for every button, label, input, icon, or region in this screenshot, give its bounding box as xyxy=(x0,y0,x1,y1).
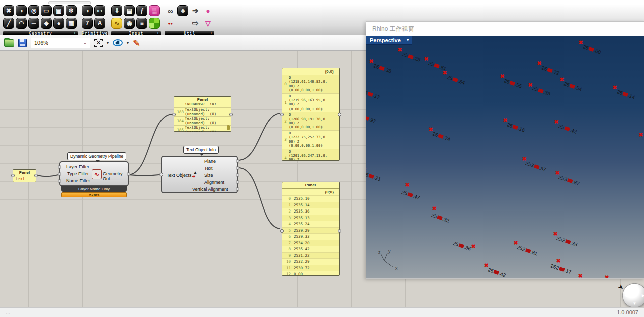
point-elevation-label: 25.74 xyxy=(432,131,451,142)
output-label: Text xyxy=(204,166,213,171)
point-elevation-label: 25.21 xyxy=(366,171,382,182)
input-nub[interactable] xyxy=(159,173,163,176)
toggle-icon[interactable]: ▤ xyxy=(124,5,135,16)
panel-values[interactable]: Panel {0;0} 02535.1012535.1422535.363253… xyxy=(282,182,340,276)
arrow-dark-icon[interactable]: ➔ xyxy=(190,5,201,16)
wire-geometry-to-info xyxy=(129,175,159,176)
sphere-hex-icon[interactable]: ● xyxy=(53,18,64,29)
input-nub[interactable] xyxy=(11,174,15,177)
arc-hex-icon[interactable]: ◠ xyxy=(16,18,27,29)
trackball-right-arrow-icon: ▶ xyxy=(642,294,644,298)
input-nub[interactable] xyxy=(172,113,176,116)
viewport-tab-perspective[interactable]: Perspective ▼ xyxy=(366,36,412,45)
pipeline-mode-bar[interactable]: Layer Name Only xyxy=(61,186,127,192)
panel-content[interactable]: text xyxy=(13,176,36,181)
point-elevation-label: 25.17 xyxy=(366,89,381,100)
zoom-level-combobox[interactable]: 106% ⌄ xyxy=(31,38,90,48)
box-hex-icon[interactable]: ▣ xyxy=(53,5,64,16)
preview-dropdown-caret-icon[interactable]: ▾ xyxy=(127,41,129,45)
flask-icon[interactable]: ▽ xyxy=(202,18,213,29)
input-label: Type Filter xyxy=(67,171,89,176)
output-label: Vertical Alignment xyxy=(192,187,228,192)
group-expand-icon[interactable]: + xyxy=(104,31,107,35)
output-nub[interactable] xyxy=(236,166,239,170)
ellipse-hex-icon[interactable]: ◎ xyxy=(28,5,39,16)
knob-icon[interactable]: ◉ xyxy=(124,18,135,29)
slider-icon[interactable]: ⇓ xyxy=(111,5,122,16)
output-nub[interactable] xyxy=(236,173,239,177)
panel-planes[interactable]: {0;0} 0O (1218.61,140.82,0. 00) Z (0.00,… xyxy=(282,68,340,161)
output-nub[interactable] xyxy=(338,113,341,116)
input-nub[interactable] xyxy=(280,229,284,233)
output-nub[interactable] xyxy=(229,113,233,116)
letter-a-icon[interactable]: A xyxy=(94,18,105,29)
snowflake-hex-icon[interactable]: ❄ xyxy=(66,5,77,16)
panel-text[interactable]: Panel text xyxy=(13,169,36,182)
navigation-trackball[interactable]: ▲ ▼ ◀ ▶ ➤ xyxy=(622,283,644,308)
perspective-viewport[interactable]: Perspective ▼ ✖✖✖✖✖✖✖✖✖✖✖✖✖✖✖✖✖✖✖✖✖✖✖✖✖✖… xyxy=(366,36,644,278)
decimal-icon[interactable]: 0.1 xyxy=(94,5,105,16)
plane-hex-icon[interactable]: ▭ xyxy=(41,5,52,16)
point-elevation-label: 25.36 xyxy=(452,240,472,251)
value-list-item: 92531.22 xyxy=(282,252,339,259)
open-file-icon[interactable] xyxy=(4,39,14,47)
panel-planes-rows: 0O (1218.61,140.82,0. 00) Z (0.00,0.00,1… xyxy=(282,75,339,160)
list-icon[interactable]: ≡ xyxy=(136,18,147,29)
half-disc-icon[interactable]: ◑ xyxy=(82,5,93,16)
zoom-extents-icon[interactable]: ✕ xyxy=(94,39,103,47)
input-nub[interactable] xyxy=(280,113,284,116)
group-expand-icon[interactable]: + xyxy=(73,31,76,35)
sketch-pen-icon[interactable]: ✎ xyxy=(133,39,140,47)
output-nub[interactable] xyxy=(34,174,38,177)
pipeline-icon: ∿ xyxy=(92,169,102,179)
sphere-pink-icon[interactable]: ● xyxy=(202,5,213,16)
rhino-window-title[interactable]: Rhino 工作视窗 xyxy=(366,22,644,36)
value-list-item: 12535.14 xyxy=(282,202,339,208)
group-expand-icon[interactable]: + xyxy=(210,31,213,35)
point-cross-marker: ✖ xyxy=(638,132,643,138)
output-nub[interactable] xyxy=(127,172,130,176)
panel-textobjects[interactable]: Panel (unnamed) (0)183TextObject: (unnam… xyxy=(174,96,231,132)
scroll-nub[interactable] xyxy=(227,125,230,130)
gradient-icon[interactable]: ▒ xyxy=(149,5,160,16)
component-text-object-info[interactable]: Text Object Info Text Objects ▲ ➔ Plane … xyxy=(161,156,238,193)
integer-icon[interactable]: 7 xyxy=(82,18,93,29)
tree-icon[interactable]: ♣ xyxy=(177,5,188,16)
value-list-item: 72534.20 xyxy=(282,240,339,246)
group-expand-icon[interactable]: + xyxy=(157,31,160,35)
point-elevation-label: 25.16 xyxy=(506,122,526,133)
point-cross-marker: ✖ xyxy=(559,77,564,82)
input-nub[interactable] xyxy=(58,165,61,169)
cherries-icon[interactable]: ●● xyxy=(165,18,176,29)
wire-panel-to-pipeline xyxy=(37,175,58,176)
input-nub[interactable] xyxy=(58,172,61,176)
script-icon[interactable]: ƒ xyxy=(136,5,147,16)
point-elevation-label: 25.72 xyxy=(541,65,560,76)
output-nub[interactable] xyxy=(236,187,239,191)
arrow-light-icon[interactable]: ⇨ xyxy=(190,18,201,29)
point-elevation-label: 25.55 xyxy=(503,78,523,89)
diamond-hex-icon[interactable]: ◆ xyxy=(41,18,52,29)
trackball-left-arrow-icon: ◀ xyxy=(624,294,627,298)
save-file-icon[interactable] xyxy=(18,39,27,47)
mesh-hex-icon[interactable]: ▦ xyxy=(66,18,77,29)
line-hex-icon[interactable]: ╱ xyxy=(3,18,14,29)
component-dynamic-geometry-pipeline[interactable]: Dynamic Geometry Pipeline Layer Filter T… xyxy=(59,161,129,186)
viewport-tab-caret-icon[interactable]: ▼ xyxy=(404,38,410,42)
output-nub[interactable] xyxy=(338,229,341,233)
input-nub[interactable] xyxy=(58,179,61,183)
disc-hex-icon[interactable]: ◑ xyxy=(16,5,27,16)
graph-icon[interactable]: ∿ xyxy=(111,18,122,29)
output-nub[interactable] xyxy=(236,180,239,184)
combobox-caret-icon[interactable]: ⌄ xyxy=(83,41,87,45)
segment-hex-icon[interactable]: ─ xyxy=(28,18,39,29)
output-nub[interactable] xyxy=(236,159,239,163)
glasses-icon[interactable]: ∞ xyxy=(165,5,176,16)
value-list-item: 42535.24 xyxy=(282,221,339,227)
point-cross-marker: ✖ xyxy=(369,59,373,64)
preview-eye-icon[interactable] xyxy=(113,39,123,46)
zoom-dropdown-caret-icon[interactable]: ▾ xyxy=(107,41,109,45)
color-swatch-icon[interactable] xyxy=(149,18,160,29)
rhino-viewport-window[interactable]: Rhino 工作视窗 Perspective ▼ ✖✖✖✖✖✖✖✖✖✖✖✖✖✖✖… xyxy=(366,21,644,279)
x-hex-icon[interactable]: ✖ xyxy=(3,5,14,16)
